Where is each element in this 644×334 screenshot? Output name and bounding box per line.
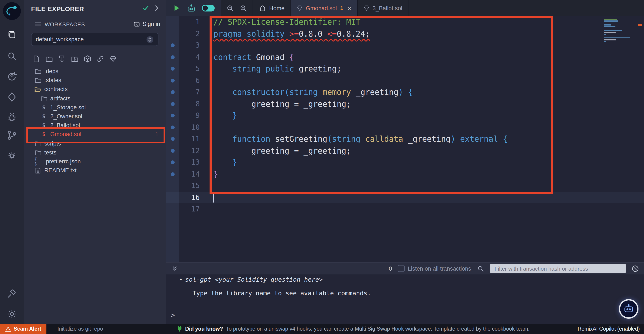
scam-alert-button[interactable]: Scam Alert (0, 324, 46, 334)
editor-line[interactable]: 6 (166, 75, 644, 86)
transaction-filter-input[interactable] (490, 264, 626, 273)
gutter-dot[interactable] (170, 44, 174, 47)
zoom-in-icon[interactable] (239, 4, 248, 12)
editor-line[interactable]: 15 (166, 180, 644, 192)
editor-line[interactable]: 8 greeting = _greeting; (166, 98, 644, 110)
check-icon[interactable] (143, 5, 149, 11)
gutter-dot[interactable] (170, 125, 174, 129)
new-folder-icon[interactable] (46, 55, 53, 62)
folder-icon (34, 141, 41, 146)
minimap-line (604, 39, 616, 40)
tree-item[interactable]: tests (24, 148, 166, 157)
error-count-badge: 1 (340, 5, 343, 11)
workspace-stepper-icon (146, 35, 154, 43)
gutter-dot[interactable] (170, 67, 174, 71)
gutter-dot[interactable] (170, 55, 174, 59)
tab-ballot-sol[interactable]: 3_Ballot.sol (358, 0, 409, 16)
code-text: } (206, 158, 237, 167)
tree-item[interactable]: README.txt (24, 166, 166, 175)
listen-checkbox[interactable] (398, 265, 405, 272)
upload-folder-icon[interactable] (71, 55, 78, 62)
tree-item[interactable]: S1_Storage.sol (24, 103, 166, 112)
warning-icon (5, 326, 11, 332)
tree-item[interactable]: .states (24, 76, 166, 85)
line-number: 14 (179, 170, 206, 178)
search-icon[interactable] (7, 51, 17, 61)
editor-line[interactable]: 3 (166, 39, 644, 51)
editor-line[interactable]: 14} (166, 168, 644, 180)
tree-item[interactable]: .deps (24, 67, 166, 76)
line-number: 4 (179, 53, 206, 61)
tree-item[interactable]: { }.prettierrc.json (24, 157, 166, 166)
editor-line[interactable]: 12 greeting = _greeting; (166, 145, 644, 157)
folder-icon (34, 150, 41, 155)
sign-in-button[interactable]: Sign in (133, 21, 160, 27)
terminal-search-icon[interactable] (477, 265, 484, 272)
gutter-dot[interactable] (170, 172, 174, 176)
tree-item[interactable]: scripts (24, 139, 166, 148)
tree-item-label: contracts (44, 86, 68, 92)
workspace-select[interactable]: default_workspace (31, 33, 158, 46)
tree-item[interactable]: contracts (24, 85, 166, 94)
editor-line[interactable]: 1// SPDX-License-Identifier: MIT (166, 16, 644, 28)
tree-item[interactable]: artifacts (24, 94, 166, 103)
editor-line[interactable]: 4contract Gmonad { (166, 51, 644, 63)
git-icon[interactable] (7, 130, 17, 140)
gutter-dot[interactable] (170, 114, 174, 118)
folder-icon (34, 78, 41, 83)
diamond-icon[interactable] (110, 55, 117, 62)
remix-logo-icon[interactable] (2, 2, 21, 20)
debugger-icon[interactable] (7, 112, 17, 122)
gutter-dot[interactable] (170, 137, 174, 141)
new-file-icon[interactable] (33, 55, 40, 62)
tree-item[interactable]: S2_Ballot.sol (24, 121, 166, 130)
gutter-dot[interactable] (170, 79, 174, 82)
minimap[interactable] (604, 19, 631, 45)
link-icon[interactable] (97, 55, 104, 62)
clear-console-icon[interactable] (632, 265, 639, 272)
code-editor[interactable]: 1// SPDX-License-Identifier: MIT2pragma … (166, 16, 644, 262)
editor-line[interactable]: 16 (166, 192, 644, 203)
editor-line[interactable]: 10 (166, 121, 644, 133)
solidity-compiler-icon[interactable] (7, 71, 17, 82)
workspace-menu-icon[interactable] (34, 21, 41, 27)
text-cursor (214, 193, 214, 203)
zoom-out-icon[interactable] (226, 4, 234, 12)
collapse-panel-icon[interactable] (154, 5, 158, 11)
gutter-dot[interactable] (170, 149, 174, 153)
editor-line[interactable]: 13 } (166, 157, 644, 168)
upload-file-icon[interactable] (58, 55, 66, 62)
close-tab-icon[interactable]: × (348, 4, 352, 12)
editor-line[interactable]: 11 function setGreeting(string calldata … (166, 133, 644, 145)
workspace-cube-icon[interactable] (84, 55, 91, 62)
line-number: 9 (179, 112, 206, 120)
expand-terminal-icon[interactable] (171, 265, 178, 272)
build-tools-icon[interactable] (7, 289, 17, 299)
remix-ai-assistant-button[interactable] (619, 299, 638, 319)
editor-line[interactable]: 9 } (166, 110, 644, 121)
tab-home[interactable]: Home (253, 0, 291, 16)
editor-line[interactable]: 17 (166, 203, 644, 215)
solidity-file-icon: S (40, 131, 47, 138)
file-explorer-icon[interactable] (7, 30, 17, 40)
gutter-dot[interactable] (170, 102, 174, 106)
plugin-manager-icon[interactable] (7, 151, 17, 161)
editor-line[interactable]: 5 string public greeting; (166, 63, 644, 75)
git-init-button[interactable]: Initialize as git repo (58, 326, 103, 332)
terminal-output[interactable]: •sol-gpt <your Solidity question here> T… (166, 275, 644, 324)
folder-open-icon (34, 87, 41, 92)
editor-line[interactable]: 7 constructor(string memory _greeting) { (166, 86, 644, 98)
workspaces-label: WORKSPACES (45, 22, 85, 28)
settings-icon[interactable] (7, 309, 17, 319)
tree-item[interactable]: SGmonad.sol1 (24, 130, 166, 139)
ai-robot-icon[interactable] (186, 4, 196, 12)
gutter-dot[interactable] (170, 90, 174, 94)
copilot-toggle[interactable] (202, 5, 215, 11)
tab-gmonad-sol[interactable]: Gmonad.sol 1 × (291, 0, 358, 16)
run-script-icon[interactable] (172, 4, 180, 12)
minimap-line (604, 21, 618, 22)
gutter-dot[interactable] (170, 161, 174, 164)
editor-line[interactable]: 2pragma solidity >=0.8.0 <=0.8.24; (166, 28, 644, 39)
deploy-run-icon[interactable] (7, 92, 17, 102)
tree-item[interactable]: S2_Owner.sol (24, 112, 166, 121)
